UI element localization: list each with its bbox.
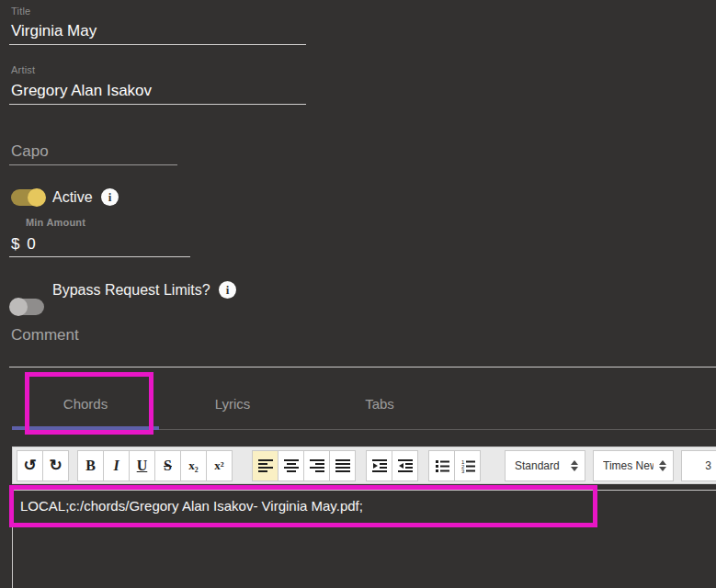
font-size-value: 3 — [705, 459, 711, 472]
align-right-button[interactable] — [303, 450, 330, 481]
superscript-button[interactable]: x² — [206, 450, 233, 481]
align-left-icon — [258, 458, 273, 473]
bold-icon: B — [85, 458, 96, 474]
currency-prefix: $ — [11, 235, 19, 253]
redo-button[interactable]: ↻ — [42, 450, 69, 481]
superscript-icon: x² — [214, 458, 223, 473]
undo-icon: ↺ — [23, 458, 36, 473]
underline-icon: U — [137, 458, 148, 474]
italic-icon: I — [113, 458, 119, 474]
justify-icon — [335, 458, 350, 473]
active-info-icon[interactable]: i — [101, 188, 119, 206]
editor-text-line[interactable]: LOCAL;c:/chords/Gregory Alan Isakov- Vir… — [20, 498, 363, 514]
capo-underline — [9, 164, 177, 165]
subscript-icon: x₂ — [188, 458, 198, 473]
artist-underline — [9, 104, 306, 105]
ordered-list-icon: 1 2 3 — [460, 458, 475, 473]
min-amount-underline — [9, 256, 190, 257]
spinner-arrows-icon — [659, 460, 666, 471]
align-center-button[interactable] — [278, 450, 304, 481]
paragraph-style-value: Standard — [515, 459, 560, 472]
font-family-value: Times New R — [603, 459, 653, 472]
capo-input[interactable]: Capo — [11, 142, 49, 161]
strikethrough-button[interactable]: S — [154, 450, 181, 481]
paragraph-style-select[interactable]: Standard — [505, 450, 585, 481]
indent-icon — [372, 458, 387, 473]
richtext-toolbar: ↺ ↻ B I U S x₂ x² — [12, 447, 716, 484]
min-amount-value: 0 — [27, 235, 35, 253]
unordered-list-button[interactable] — [428, 450, 455, 481]
indent-button[interactable] — [366, 450, 392, 481]
strikethrough-icon: S — [164, 458, 172, 474]
subscript-button[interactable]: x₂ — [180, 450, 207, 481]
bypass-toggle-knob — [9, 298, 28, 316]
tab-chords[interactable]: Chords — [12, 380, 159, 427]
italic-button[interactable]: I — [103, 450, 130, 481]
unordered-list-icon — [435, 458, 449, 473]
redo-icon: ↻ — [49, 458, 62, 473]
active-toggle-knob — [28, 188, 46, 207]
active-toggle[interactable] — [11, 189, 44, 206]
title-label: Title — [11, 6, 30, 17]
artist-input[interactable]: Gregory Alan Isakov — [11, 82, 152, 100]
bypass-toggle[interactable] — [11, 299, 44, 315]
song-edit-form: Title Virginia May Artist Gregory Alan I… — [0, 0, 716, 588]
comment-underline — [9, 367, 716, 368]
font-size-select[interactable]: 3 — [681, 450, 716, 481]
justify-button[interactable] — [329, 450, 356, 481]
active-label: Active — [52, 189, 93, 206]
editor-tab-bar: Chords Lyrics Tabs — [12, 380, 453, 427]
title-underline — [9, 44, 306, 45]
underline-button[interactable]: U — [129, 450, 155, 481]
bold-button[interactable]: B — [77, 450, 104, 481]
comment-input[interactable]: Comment — [11, 326, 79, 345]
align-left-button[interactable] — [252, 450, 278, 481]
tab-lyrics[interactable]: Lyrics — [159, 380, 306, 427]
align-center-icon — [284, 458, 299, 473]
svg-text:3: 3 — [461, 468, 465, 473]
outdent-button[interactable] — [392, 450, 418, 481]
tab-tabs[interactable]: Tabs — [306, 380, 453, 427]
font-family-select[interactable]: Times New R — [593, 450, 674, 481]
ordered-list-button[interactable]: 1 2 3 — [454, 450, 481, 481]
active-tab-indicator — [12, 426, 159, 430]
spinner-arrows-icon — [571, 460, 578, 471]
undo-button[interactable]: ↺ — [17, 450, 43, 481]
bypass-label: Bypass Request Limits? — [52, 282, 210, 299]
align-right-icon — [310, 458, 324, 473]
outdent-icon — [398, 458, 413, 473]
min-amount-input[interactable]: $ 0 — [11, 235, 36, 254]
title-input[interactable]: Virginia May — [11, 22, 97, 40]
min-amount-label: Min Amount — [26, 217, 85, 228]
artist-label: Artist — [11, 64, 35, 75]
bypass-info-icon[interactable]: i — [219, 281, 236, 299]
